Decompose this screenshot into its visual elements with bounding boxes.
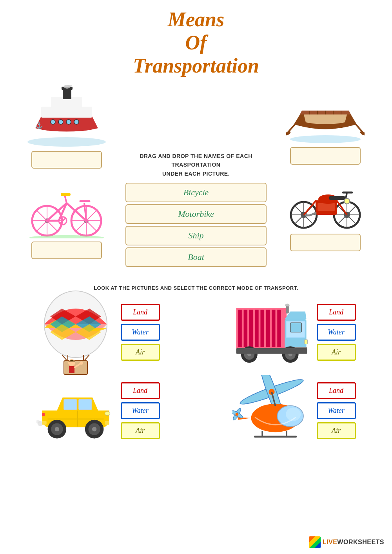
- motorbike-svg: [286, 176, 365, 231]
- svg-point-9: [66, 120, 71, 124]
- svg-point-63: [344, 198, 350, 204]
- ship-svg: ⚓: [24, 85, 110, 148]
- liveworksheets-logo: LIVEWORKSHEETS: [309, 536, 384, 548]
- svg-point-108: [105, 412, 110, 416]
- helicopter-air-btn[interactable]: Air: [317, 422, 356, 439]
- center-instructions: DRAG AND DROP THE NAMES OF EACH TRASPORT…: [125, 85, 267, 269]
- truck-air-btn[interactable]: Air: [317, 344, 356, 361]
- svg-rect-114: [47, 418, 103, 420]
- svg-point-8: [58, 120, 63, 124]
- section-divider: [16, 277, 376, 277]
- drag-drop-section: ⚓: [0, 85, 392, 269]
- svg-text:⚓: ⚓: [35, 122, 43, 129]
- svg-rect-76: [238, 310, 242, 347]
- car-modes: Land Water Air: [121, 382, 160, 439]
- svg-rect-70: [64, 361, 87, 374]
- boat-svg: [286, 85, 365, 144]
- boat-illustration: [286, 85, 365, 144]
- svg-rect-3: [63, 88, 71, 99]
- transport-row-2: Land Water Air: [0, 377, 392, 444]
- svg-rect-99: [64, 400, 76, 410]
- svg-rect-97: [286, 306, 289, 314]
- balloon-illustration: [36, 299, 115, 365]
- boat-label[interactable]: Boat: [125, 247, 267, 267]
- left-vehicles: ⚓: [8, 85, 125, 269]
- svg-rect-89: [304, 340, 307, 344]
- svg-point-104: [54, 427, 59, 431]
- truck-svg: [232, 297, 311, 367]
- helicopter-svg: [232, 375, 311, 446]
- svg-point-7: [51, 120, 55, 124]
- svg-point-34: [29, 235, 104, 238]
- svg-point-0: [27, 137, 106, 147]
- bicycle-drop-box[interactable]: [31, 242, 102, 259]
- helicopter-illustration: [232, 377, 311, 444]
- svg-point-74: [80, 361, 83, 365]
- bicycle-illustration: [24, 180, 110, 238]
- bicycle-svg: [24, 180, 110, 238]
- truck-item: Land Water Air: [232, 299, 356, 365]
- car-air-btn[interactable]: Air: [121, 422, 160, 439]
- balloon-air-btn[interactable]: Air: [121, 344, 160, 361]
- svg-point-107: [92, 427, 96, 431]
- lw-text: LIVEWORKSHEETS: [323, 539, 384, 546]
- instruction-drag: DRAG AND DROP THE NAMES OF EACH TRASPORT…: [125, 152, 267, 178]
- title-means: Means: [0, 8, 392, 31]
- svg-point-35: [290, 135, 361, 143]
- svg-rect-112: [42, 421, 46, 425]
- svg-rect-80: [260, 310, 264, 347]
- svg-line-28: [65, 195, 67, 203]
- svg-rect-82: [272, 310, 276, 347]
- title-transportation: Transportation: [0, 54, 392, 77]
- bicycle-label[interactable]: Bicycle: [125, 183, 267, 202]
- helicopter-water-btn[interactable]: Water: [317, 402, 356, 419]
- ship-label[interactable]: Ship: [125, 226, 267, 245]
- helicopter-land-btn[interactable]: Land: [317, 382, 356, 399]
- motorbike-illustration: [286, 176, 365, 231]
- truck-land-btn[interactable]: Land: [317, 304, 356, 321]
- svg-point-123: [235, 413, 238, 416]
- title-of: Of: [0, 31, 392, 54]
- car-land-btn[interactable]: Land: [121, 382, 160, 399]
- truck-modes: Land Water Air: [317, 304, 356, 361]
- svg-rect-78: [249, 310, 253, 347]
- ship-drop-box[interactable]: [31, 151, 102, 169]
- right-vehicles: [267, 85, 384, 269]
- svg-rect-77: [243, 310, 247, 347]
- svg-rect-109: [42, 413, 45, 416]
- car-svg: [36, 379, 115, 442]
- svg-rect-1: [41, 107, 92, 118]
- boat-drop-box[interactable]: [290, 147, 361, 165]
- lw-live: LIVE: [323, 539, 338, 545]
- balloon-modes: Land Water Air: [121, 304, 160, 361]
- svg-rect-79: [255, 310, 259, 347]
- balloon-water-btn[interactable]: Water: [121, 324, 160, 341]
- balloon-land-btn[interactable]: Land: [121, 304, 160, 321]
- svg-point-10: [74, 120, 79, 124]
- truck-illustration: [232, 299, 311, 365]
- car-water-btn[interactable]: Water: [121, 402, 160, 419]
- motorbike-label[interactable]: Motorbike: [125, 204, 267, 224]
- transport-row-1: Land Water Air: [0, 299, 392, 365]
- car-illustration: [36, 377, 115, 444]
- lw-worksheets: WORKSHEETS: [337, 539, 384, 545]
- helicopter-item: Land Water Air: [232, 377, 356, 444]
- balloon-svg: [38, 289, 113, 375]
- svg-rect-113: [105, 421, 109, 425]
- title-section: Means Of Transportation: [0, 0, 392, 81]
- ship-illustration: ⚓: [24, 85, 110, 148]
- svg-rect-72: [69, 366, 74, 373]
- svg-rect-60: [329, 196, 345, 200]
- truck-water-btn[interactable]: Water: [317, 324, 356, 341]
- lw-logo-icon: [309, 536, 321, 548]
- svg-rect-100: [78, 400, 91, 410]
- balloon-item: Land Water Air: [36, 299, 160, 365]
- svg-rect-83: [277, 310, 281, 347]
- svg-rect-29: [61, 193, 71, 196]
- motorbike-drop-box[interactable]: [290, 234, 361, 251]
- svg-rect-58: [318, 203, 335, 211]
- svg-rect-81: [266, 310, 270, 347]
- svg-rect-96: [236, 348, 307, 354]
- helicopter-modes: Land Water Air: [317, 382, 356, 439]
- svg-point-98: [285, 304, 289, 307]
